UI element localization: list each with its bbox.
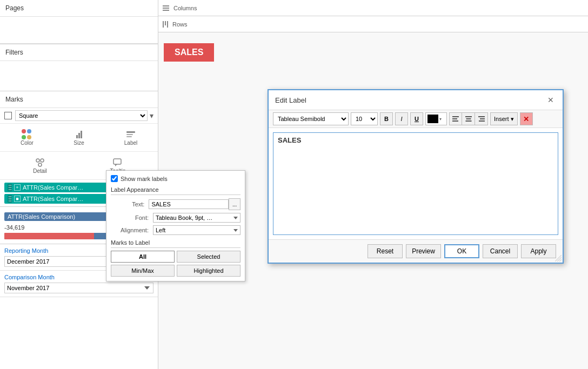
pill-handle-2 [8,195,12,203]
detail-icon [35,157,45,168]
pages-header: Pages [0,0,158,17]
square-icon [4,112,12,119]
svg-point-3 [36,159,39,162]
show-mark-labels-input[interactable] [111,175,118,182]
svg-rect-12 [466,118,471,119]
show-mark-labels-checkbox[interactable]: Show mark labels [111,175,168,182]
dialog-text-area[interactable]: SALES [273,132,558,235]
attr-pill-1-label: ATTR(Sales Compar… [23,184,83,191]
marks-header: Marks [0,91,158,108]
resize-handle[interactable] [555,255,562,261]
marks-to-label-section: Marks to Label All Selected Min/Max High… [111,239,240,277]
filters-content [0,61,158,91]
all-button[interactable]: All [111,251,175,263]
canvas-area: SALES [158,32,588,72]
font-size-select[interactable]: 10 [351,112,378,125]
selected-button[interactable]: Selected [177,251,240,263]
dialog-text-content: SALES [278,136,301,144]
align-right-button[interactable] [475,112,488,125]
pages-label: Pages [5,4,24,12]
pill-handle-1 [8,184,12,191]
color-swatch [427,115,438,123]
svg-rect-15 [480,118,485,119]
dialog-close-button[interactable]: ✕ [545,95,556,105]
attr-value: -34,619 [4,224,24,231]
columns-icon [163,5,169,11]
apply-button[interactable]: Apply [521,244,556,258]
font-family-select[interactable]: Tableau Semibold [273,112,349,125]
comparison-month-select[interactable]: November 2017 [4,283,153,293]
marks-type-row[interactable]: Square ▾ [0,108,158,124]
pill-indicator-1: + [14,184,21,191]
svg-line-18 [557,257,562,261]
pages-content [0,17,158,44]
font-field-label: Font: [111,214,149,221]
label-appearance-title: Label Appearance [111,186,240,195]
rows-icon [163,21,168,28]
text-field-label: Text: [111,201,144,207]
font-row: Font: Tableau Book, 9pt, … [111,213,240,223]
svg-rect-13 [465,120,471,122]
detail-button[interactable]: Detail [2,155,78,176]
svg-rect-1 [126,134,133,135]
marks-type-select[interactable]: Square [15,110,148,121]
pages-section: Pages [0,0,158,44]
text-input[interactable] [149,199,229,209]
reset-button[interactable]: Reset [368,244,403,258]
svg-rect-6 [113,159,121,164]
filters-label: Filters [5,49,23,56]
underline-button[interactable]: U [410,112,423,125]
min-max-button[interactable]: Min/Max [111,265,175,277]
label-popup-header: Show mark labels [111,175,240,182]
color-icon [22,129,32,140]
highlighted-button[interactable]: Highlighted [177,265,240,277]
attr-comparison-label: ATTR(Sales Comparison) [8,213,75,220]
align-center-button[interactable] [462,112,475,125]
filters-header: Filters [0,44,158,61]
insert-label: Insert [494,116,509,122]
rows-row: Rows [158,16,588,32]
cancel-button[interactable]: Cancel [483,244,518,258]
alignment-select[interactable]: Left [153,225,240,235]
insert-button[interactable]: Insert ▾ [490,112,518,125]
clear-button[interactable]: ✕ [520,112,533,125]
color-button[interactable]: Color [2,127,52,148]
marks-to-label-row2: Min/Max Highlighted [111,265,240,277]
text-ellipsis-button[interactable]: ... [229,198,240,210]
filters-section: Filters [0,44,158,91]
columns-row: Columns [158,0,588,16]
show-mark-labels-label: Show mark labels [121,176,168,182]
columns-label: Columns [173,5,197,11]
bold-button[interactable]: B [380,112,393,125]
dialog-title: Edit Label [275,96,306,104]
size-button[interactable]: Size [54,127,104,148]
size-icon [74,129,84,140]
color-picker-button[interactable]: ▾ [425,112,447,125]
svg-point-5 [38,163,42,166]
ok-button[interactable]: OK [444,244,479,258]
svg-rect-14 [478,116,485,117]
italic-button[interactable]: I [395,112,408,125]
pill-indicator-2: ■ [14,196,21,202]
text-row: Text: ... [111,198,240,210]
edit-label-dialog: Edit Label ✕ Tableau Semibold 10 B I U ▾ [268,89,564,264]
svg-rect-9 [452,118,457,119]
svg-marker-7 [115,164,117,166]
marks-label: Marks [5,96,23,103]
svg-rect-10 [452,120,458,122]
svg-rect-2 [126,136,132,137]
preview-button[interactable]: Preview [406,244,441,258]
size-btn-label: Size [74,140,84,146]
svg-rect-16 [479,120,485,122]
dialog-title-bar: Edit Label ✕ [269,90,563,110]
label-button[interactable]: Label [106,127,156,148]
font-select[interactable]: Tableau Book, 9pt, … [153,213,240,223]
marks-buttons-row: Color Size [0,124,158,152]
attr-pill-2-label: ATTR(Sales Compar… [23,196,83,202]
marks-to-label-buttons: All Selected [111,251,240,263]
label-icon [125,129,136,140]
insert-dropdown-arrow: ▾ [511,116,514,123]
progress-bar-red [4,233,94,239]
rows-label: Rows [172,21,188,28]
align-left-button[interactable] [449,112,462,125]
